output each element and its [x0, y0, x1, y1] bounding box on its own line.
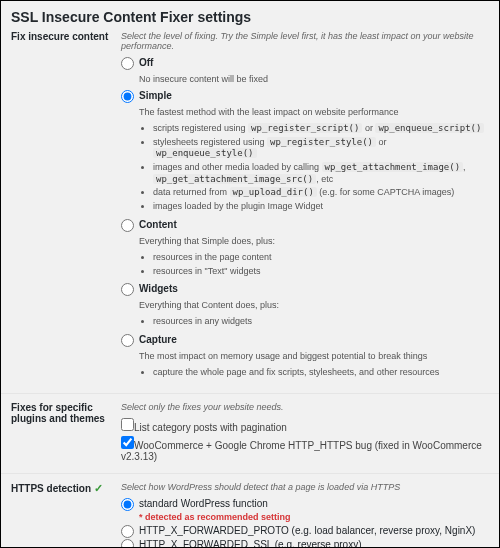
cb-woocommerce[interactable]: WooCommerce + Google Chrome HTTP_HTTPS b…: [121, 436, 489, 462]
detected-note: * detected as recommended setting: [139, 512, 489, 522]
opt-simple[interactable]: Simple: [121, 90, 489, 103]
capture-label: Capture: [139, 334, 177, 345]
opt-off[interactable]: Off: [121, 57, 489, 70]
https-hint: Select how WordPress should detect that …: [121, 482, 489, 492]
simple-desc: The fastest method with the least impact…: [139, 107, 489, 117]
opt-forwarded-proto[interactable]: HTTP_X_FORWARDED_PROTO (e.g. load balanc…: [121, 525, 489, 538]
radio-content[interactable]: [121, 219, 134, 232]
radio-forwarded-ssl[interactable]: [121, 539, 134, 548]
checkbox-woocommerce[interactable]: [121, 436, 134, 449]
content-desc: Everything that Simple does, plus:: [139, 236, 489, 246]
widgets-bullets: resources in any widgets: [139, 316, 489, 328]
content-bullets: resources in the page content resources …: [139, 252, 489, 277]
content-label: Content: [139, 219, 177, 230]
radio-simple[interactable]: [121, 90, 134, 103]
plugins-label: Fixes for specific plugins and themes: [11, 402, 121, 465]
opt-widgets[interactable]: Widgets: [121, 283, 489, 296]
opt-standard-wp[interactable]: standard WordPress function: [121, 498, 489, 511]
capture-bullets: capture the whole page and fix scripts, …: [139, 367, 489, 379]
https-label: HTTPS detection ✓: [11, 482, 121, 548]
page-title: SSL Insecure Content Fixer settings: [1, 1, 499, 31]
radio-widgets[interactable]: [121, 283, 134, 296]
fix-hint: Select the level of fixing. Try the Simp…: [121, 31, 489, 51]
opt-content[interactable]: Content: [121, 219, 489, 232]
widgets-desc: Everything that Content does, plus:: [139, 300, 489, 310]
opt-capture[interactable]: Capture: [121, 334, 489, 347]
radio-standard-wp[interactable]: [121, 498, 134, 511]
section-plugin-fixes: Fixes for specific plugins and themes Se…: [1, 393, 499, 473]
opt-forwarded-ssl[interactable]: HTTP_X_FORWARDED_SSL (e.g. reverse proxy…: [121, 539, 489, 548]
radio-forwarded-proto[interactable]: [121, 525, 134, 538]
simple-label: Simple: [139, 90, 172, 101]
fix-label: Fix insecure content: [11, 31, 121, 385]
simple-bullets: scripts registered using wp_register_scr…: [139, 123, 489, 213]
cb-list-category[interactable]: List category posts with pagination: [121, 418, 489, 433]
radio-off[interactable]: [121, 57, 134, 70]
section-fix-insecure: Fix insecure content Select the level of…: [1, 31, 499, 393]
off-label: Off: [139, 57, 153, 68]
widgets-label: Widgets: [139, 283, 178, 294]
checkbox-list-category[interactable]: [121, 418, 134, 431]
plugins-hint: Select only the fixes your website needs…: [121, 402, 489, 412]
off-desc: No insecure content will be fixed: [139, 74, 489, 84]
capture-desc: The most impact on memory usage and bigg…: [139, 351, 489, 361]
section-https-detection: HTTPS detection ✓ Select how WordPress s…: [1, 473, 499, 548]
check-icon: ✓: [94, 482, 103, 494]
radio-capture[interactable]: [121, 334, 134, 347]
